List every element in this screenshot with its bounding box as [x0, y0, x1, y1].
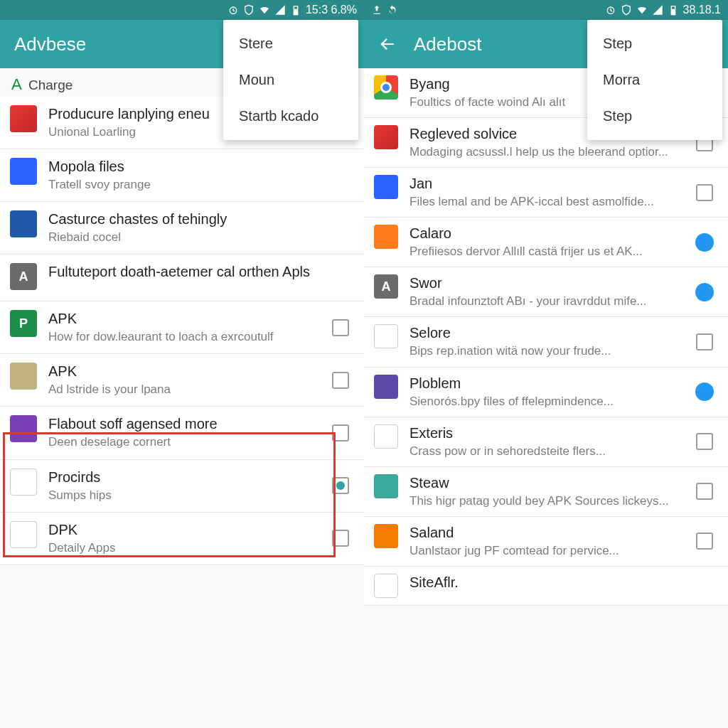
checkbox[interactable] — [696, 433, 713, 450]
list-item[interactable]: APKAd lstride is your lpana — [0, 354, 364, 407]
app-icon — [374, 524, 398, 548]
app-icon — [10, 363, 37, 390]
checkbox[interactable] — [696, 333, 713, 350]
app-title-right: Adebost — [414, 33, 481, 55]
svg-rect-2 — [294, 9, 297, 14]
item-subtitle: Crass pow or in sehoredsteite flers... — [410, 444, 688, 459]
list-item[interactable]: Mopola filesTratell svoy prange — [0, 149, 364, 202]
item-subtitle: Sumps hips — [48, 488, 324, 503]
item-title: Jan — [410, 175, 688, 193]
list-item[interactable]: JanFiles lemal and be APK-iccal best asm… — [364, 168, 728, 218]
menu-item[interactable]: Step — [587, 26, 722, 62]
toggle-on[interactable] — [695, 382, 714, 401]
app-icon — [374, 324, 398, 348]
checkbox[interactable] — [332, 424, 349, 441]
toggle-on[interactable] — [695, 233, 714, 252]
item-title: Saland — [410, 524, 688, 542]
app-icon — [374, 125, 398, 149]
toggle-on[interactable] — [695, 283, 714, 301]
screen-left: 15:3 6.8% Advbese A Charge Producure lan… — [0, 0, 364, 728]
item-subtitle: Bips rep.ination witä now your frude... — [410, 343, 688, 359]
list-left: Producure lanplying eneuUnional Loarling… — [0, 97, 364, 565]
back-button[interactable] — [378, 35, 397, 53]
item-title: APK — [48, 363, 324, 380]
item-title: Exteris — [410, 424, 688, 442]
item-subtitle: Tratell svoy prange — [48, 177, 324, 193]
item-title: DPK — [48, 521, 324, 539]
app-icon — [10, 521, 37, 548]
app-icon — [374, 175, 398, 199]
list-item[interactable]: AFultuteport doath-aetemer cal orthen Ap… — [0, 255, 364, 301]
upload-icon — [371, 4, 382, 16]
item-title: Flabout soff agensed more — [48, 415, 324, 433]
app-icon — [10, 415, 37, 442]
list-item[interactable]: SteawThis higr patag yould bey APK Sourc… — [364, 467, 728, 517]
signal-icon — [652, 4, 663, 16]
app-icon — [374, 75, 398, 100]
item-title: Fultuteport doath-aetemer cal orthen Apl… — [48, 263, 324, 281]
app-title-left: Advbese — [14, 33, 86, 55]
app-icon — [10, 158, 37, 185]
list-item[interactable]: ExterisCrass pow or in sehoredsteite fle… — [364, 417, 728, 467]
app-icon: A — [374, 274, 398, 299]
checkbox[interactable] — [696, 532, 713, 550]
list-item[interactable]: PAPKHow for dow.leaurant to loach a exrc… — [0, 301, 364, 354]
menu-item[interactable]: Stere — [223, 26, 358, 62]
statusbar-right: 38.18.1 — [364, 0, 728, 20]
list-right: ByangFoultics of facte woind Alı alıtReg… — [364, 68, 728, 606]
screen-right: 38.18.1 Adebost ByangFoultics of facte w… — [364, 0, 728, 728]
checkbox[interactable] — [332, 372, 349, 389]
svg-rect-5 — [672, 9, 675, 14]
checkbox[interactable] — [332, 319, 349, 336]
item-subtitle: Modaging acsussl.l help us the bleerand … — [410, 144, 688, 160]
list-item[interactable]: DPKDetaily Apps — [0, 513, 364, 565]
item-title: SiteAflr. — [410, 574, 688, 592]
list-item[interactable]: PloblemSienorós.bpy files of ffelepminde… — [364, 368, 728, 417]
statusbar-left: 15:3 6.8% — [0, 0, 364, 20]
item-subtitle: Bradal infounztoft ABı - your iravrddut … — [410, 294, 688, 309]
app-icon — [374, 225, 398, 249]
menu-item[interactable]: Morra — [587, 62, 722, 98]
list-item[interactable]: SiteAflr. — [364, 567, 728, 606]
item-title: APK — [48, 310, 324, 328]
refresh-icon — [387, 4, 398, 16]
list-item[interactable]: SalandUanlstaor jug PF comtead for pervi… — [364, 517, 728, 567]
menu-item[interactable]: Moun — [223, 62, 358, 98]
app-icon: P — [10, 310, 37, 337]
checkbox-checked[interactable] — [332, 477, 349, 494]
wifi-icon — [259, 4, 270, 16]
item-title: Calaro — [410, 225, 688, 242]
overflow-menu-left: StereMounStartb kcado — [223, 20, 358, 140]
checkbox[interactable] — [696, 483, 713, 500]
app-icon — [374, 375, 398, 399]
list-item[interactable]: Casturce chastes of tehinglyRiebaid coce… — [0, 202, 364, 255]
app-icon — [10, 210, 37, 237]
item-subtitle: Ad lstride is your lpana — [48, 382, 324, 397]
item-title: Steaw — [410, 474, 688, 492]
item-subtitle: Files lemal and be APK-iccal best asmolf… — [410, 194, 688, 210]
list-item[interactable]: CalaroPrefiiesos dervor Allıll castä fri… — [364, 218, 728, 267]
list-item[interactable]: SeloreBips rep.ination witä now your fru… — [364, 317, 728, 367]
item-subtitle: Detaily Apps — [48, 540, 324, 556]
checkbox[interactable] — [696, 184, 713, 201]
app-icon — [10, 469, 37, 496]
item-subtitle: Deen deselage cornert — [48, 434, 324, 450]
menu-item[interactable]: Startb kcado — [223, 98, 358, 134]
list-item[interactable]: ProcirdsSumps hips — [0, 460, 364, 513]
list-item[interactable]: ASworBradal infounztoft ABı - your iravr… — [364, 267, 728, 317]
list-item[interactable]: Flabout soff agensed moreDeen deselage c… — [0, 407, 364, 459]
checkbox[interactable] — [332, 530, 349, 547]
app-icon — [10, 105, 37, 132]
battery-icon — [668, 4, 679, 16]
status-time-right: 38.18.1 — [683, 4, 721, 16]
alarm-icon — [228, 4, 239, 16]
section-lead: A — [11, 75, 22, 93]
menu-item[interactable]: Step — [587, 98, 722, 134]
item-title: Procirds — [48, 469, 324, 486]
item-subtitle: Uanlstaor jug PF comtead for pervice... — [410, 543, 688, 559]
item-title: Swor — [410, 274, 688, 292]
shield-icon — [243, 4, 255, 16]
section-label: Charge — [28, 77, 73, 92]
app-icon: A — [10, 263, 37, 290]
signal-icon — [274, 4, 286, 16]
